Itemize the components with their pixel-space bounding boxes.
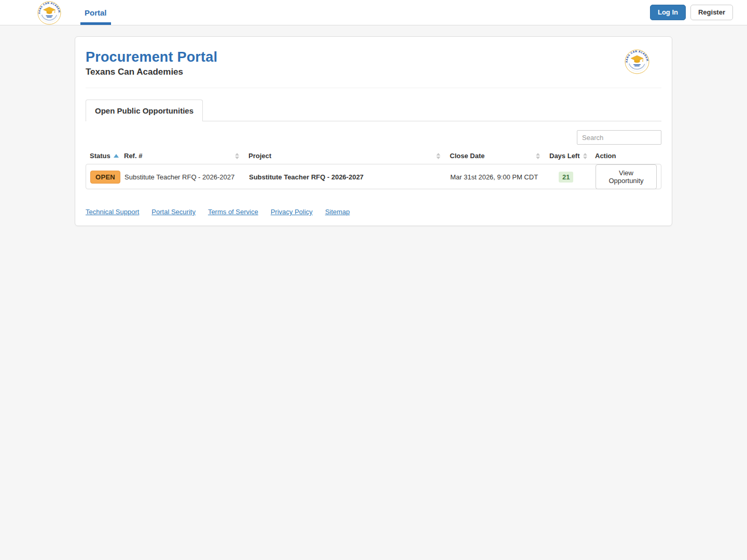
opportunities-table-header: Status Ref. # Project Close Date Days Le… [86,150,661,164]
page-title: Procurement Portal [86,49,217,65]
view-opportunity-button[interactable]: View Opportunity [596,164,657,189]
card-footer-links: Technical Support Portal Security Terms … [86,208,661,216]
days-left-cell: 21 [546,172,591,183]
sort-icon [436,153,440,159]
terms-of-service-link[interactable]: Terms of Service [208,208,258,216]
ref-cell: Substitute Teacher RFQ - 2026-2027 [120,173,245,181]
texans-can-academies-seal-icon[interactable]: TEXANS CAN ACADEMIES [37,1,61,25]
texans-can-academies-seal-icon: TEXANS CAN ACADEMIES [625,49,649,74]
privacy-policy-link[interactable]: Privacy Policy [271,208,313,216]
sitemap-link[interactable]: Sitemap [325,208,350,216]
search-input[interactable] [577,130,661,145]
portal-security-link[interactable]: Portal Security [151,208,196,216]
column-header-close-date[interactable]: Close Date [446,152,545,160]
card-header: Procurement Portal Texans Can Academies … [86,49,661,88]
nav-portal-tab[interactable]: Portal [80,0,111,25]
tab-open-public-opportunities[interactable]: Open Public Opportunities [86,100,203,121]
opportunity-row: OPEN Substitute Teacher RFQ - 2026-2027 … [86,164,661,189]
status-open-badge: OPEN [90,171,120,184]
sort-icon [536,153,540,159]
primary-nav: Portal [80,0,111,25]
technical-support-link[interactable]: Technical Support [86,208,139,216]
register-button[interactable]: Register [690,5,733,20]
project-cell: Substitute Teacher RFQ - 2026-2027 [245,173,446,181]
column-header-project[interactable]: Project [244,152,446,160]
login-button[interactable]: Log In [650,5,686,20]
action-cell: View Opportunity [591,164,661,189]
auth-buttons: Log In Register [650,5,733,20]
top-navbar: TEXANS CAN ACADEMIES Portal Log In Regis… [0,0,747,25]
column-header-action: Action [591,152,661,160]
procurement-portal-card: Procurement Portal Texans Can Academies … [75,36,672,226]
page-subtitle: Texans Can Academies [86,67,217,77]
sort-icon [235,153,239,159]
status-cell: OPEN [86,171,120,184]
days-left-badge: 21 [559,172,573,183]
column-header-ref[interactable]: Ref. # [120,152,244,160]
sort-ascending-icon [114,154,119,158]
search-row [86,130,661,145]
sort-icon [583,153,587,159]
close-date-cell: Mar 31st 2026, 9:00 PM CDT [446,173,546,181]
tab-bar: Open Public Opportunities [86,100,661,121]
column-header-status[interactable]: Status [86,152,120,160]
column-header-days-left[interactable]: Days Left [545,152,591,160]
